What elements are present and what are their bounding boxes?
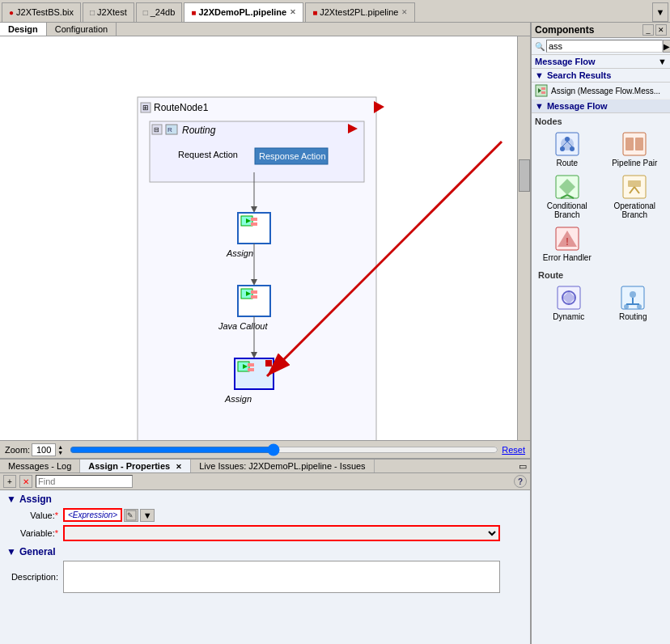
flow-canvas: RouteNode1 ⊞ ⊟ R Routing (0, 36, 517, 440)
svg-rect-20 (251, 218, 257, 221)
right-panel-header: Components _ ✕ (532, 23, 670, 38)
svg-point-76 (624, 304, 629, 309)
assign-section-toggle[interactable]: ▼ (6, 494, 16, 505)
search-result-item[interactable]: Assign (Message Flow.Mess... (532, 83, 670, 100)
tab-j2xtestbs[interactable]: ● J2XTestBS.bix (2, 2, 81, 22)
expression-dropdown-btn[interactable]: ▼ (140, 509, 155, 522)
svg-rect-63 (628, 180, 641, 187)
maximize-bottom-panel[interactable]: ▭ (515, 461, 530, 472)
tab-close-j2xdemopl[interactable]: ✕ (290, 8, 296, 16)
node-operational-branch[interactable]: Operational Branch (603, 172, 668, 221)
help-button[interactable]: ? (514, 475, 527, 488)
error-handler-icon: ! (554, 226, 580, 252)
node-routing[interactable]: Routing (603, 283, 664, 323)
description-label: Description: (6, 572, 63, 582)
tab-j2xtest2pl[interactable]: ■ J2Xtest2PL.pipeline ✕ (305, 2, 415, 22)
svg-point-73 (630, 291, 636, 298)
route-icon (554, 131, 580, 157)
node-error-handler[interactable]: ! Error Handler (535, 224, 600, 264)
svg-rect-57 (635, 138, 643, 150)
right-panel-close[interactable]: ✕ (655, 24, 667, 36)
tab-close-j2xtest2pl[interactable]: ✕ (401, 8, 408, 16)
expression-field: <Expression> ✎ ▼ (63, 508, 155, 522)
search-go-button[interactable]: ▶ (663, 40, 670, 53)
svg-rect-47 (541, 91, 545, 94)
message-flow-dropdown[interactable]: Message Flow ▼ (532, 55, 670, 69)
description-textarea[interactable] (63, 561, 500, 593)
tab-j2xtest[interactable]: □ J2Xtest (83, 2, 134, 22)
bottom-toolbar: + ✕ ? (0, 473, 530, 490)
svg-text:Request Action: Request Action (178, 150, 238, 159)
svg-text:Routing: Routing (182, 125, 216, 136)
svg-rect-29 (251, 295, 257, 299)
general-section-header: ▼ General (6, 546, 524, 557)
assign-section-header: ▼ Assign (6, 494, 524, 505)
node-pipeline-pair[interactable]: Pipeline Pair (603, 129, 668, 169)
route-section-title: Route (538, 270, 667, 280)
main-container: Design Configuration RouteNode1 ⊞ (0, 23, 670, 644)
svg-text:RouteNode1: RouteNode1 (154, 102, 209, 113)
bottom-search-input[interactable] (36, 475, 133, 488)
svg-text:Java Callout: Java Callout (218, 321, 268, 331)
toolbar-add-btn[interactable]: + (3, 475, 16, 488)
zoom-stepper[interactable]: ▲ ▼ (57, 444, 63, 455)
svg-point-50 (565, 137, 570, 142)
expression-icon-btn[interactable]: ✎ (124, 509, 138, 522)
right-scroll-area[interactable]: ▼ Message Flow Nodes (532, 100, 670, 644)
tab-24db[interactable]: □ _24db (136, 2, 183, 22)
svg-point-77 (637, 304, 642, 309)
svg-text:R: R (168, 126, 172, 133)
value-label: Value:* (6, 511, 63, 520)
right-search-icon: 🔍 (535, 42, 545, 51)
assign-properties-content: ▼ Assign Value:* <Expression> ✎ (0, 490, 530, 644)
right-panel-buttons: _ ✕ (642, 24, 667, 36)
zoom-input[interactable] (32, 443, 56, 456)
bottom-panel: Messages - Log Assign - Properties ✕ Liv… (0, 458, 530, 644)
canvas-scrollbar[interactable] (517, 36, 530, 440)
tab-close-assign-properties[interactable]: ✕ (176, 463, 182, 471)
value-row: Value:* <Expression> ✎ ▼ (6, 508, 524, 522)
zoom-bar: Zoom: ▲ ▼ Reset (0, 440, 530, 458)
routing-icon (620, 285, 646, 311)
tab-live-issues[interactable]: Live Issues: J2XDemoPL.pipeline - Issues (191, 460, 374, 472)
variable-select[interactable] (63, 525, 500, 541)
svg-rect-28 (251, 290, 257, 294)
message-flow-section-header[interactable]: ▼ Message Flow (532, 100, 670, 113)
nodes-section: Nodes (532, 113, 670, 326)
search-results-header[interactable]: ▼ Search Results (532, 69, 670, 83)
right-search-input[interactable] (546, 40, 663, 53)
right-panel-minimize[interactable]: _ (642, 24, 654, 36)
mf-collapse-icon: ▼ (535, 101, 544, 111)
svg-rect-37 (248, 368, 254, 371)
svg-text:Assign: Assign (226, 248, 253, 258)
canvas-scroll[interactable]: RouteNode1 ⊞ ⊟ R Routing (0, 36, 530, 440)
node-route[interactable]: Route (535, 129, 600, 169)
svg-text:!: ! (566, 236, 569, 248)
dynamic-icon (556, 285, 582, 311)
canvas-area: Design Configuration RouteNode1 ⊞ (0, 23, 531, 644)
zoom-slider[interactable] (70, 443, 498, 456)
pipeline-pair-icon (621, 131, 647, 157)
general-section-toggle[interactable]: ▼ (6, 546, 16, 557)
right-panel: Components _ ✕ 🔍 ▶ Message Flow ▼ ▼ Sear… (531, 23, 670, 644)
tab-dropdown[interactable]: ▼ (652, 2, 668, 22)
description-row: Description: (6, 561, 524, 593)
svg-rect-21 (251, 222, 257, 226)
node-dynamic[interactable]: Dynamic (538, 283, 600, 323)
svg-text:Response Action: Response Action (259, 151, 326, 161)
tab-assign-properties[interactable]: Assign - Properties ✕ (80, 460, 191, 472)
nodes-title: Nodes (535, 117, 667, 126)
variable-label: Variable:* (6, 528, 63, 538)
design-tabs: Design Configuration (0, 23, 530, 36)
svg-text:⊟: ⊟ (154, 126, 159, 133)
right-search-row: 🔍 ▶ (532, 38, 670, 55)
tab-design[interactable]: Design (0, 23, 47, 36)
expression-button[interactable]: <Expression> (63, 508, 122, 522)
tab-configuration[interactable]: Configuration (47, 23, 117, 36)
node-conditional-branch[interactable]: Conditional Branch (535, 172, 600, 221)
svg-rect-38 (265, 360, 272, 366)
tab-messages-log[interactable]: Messages - Log (0, 460, 80, 472)
toolbar-remove-btn[interactable]: ✕ (19, 475, 32, 488)
tab-j2xdemopl[interactable]: ■ J2XDemoPL.pipeline ✕ (184, 2, 303, 22)
zoom-reset[interactable]: Reset (502, 445, 525, 455)
